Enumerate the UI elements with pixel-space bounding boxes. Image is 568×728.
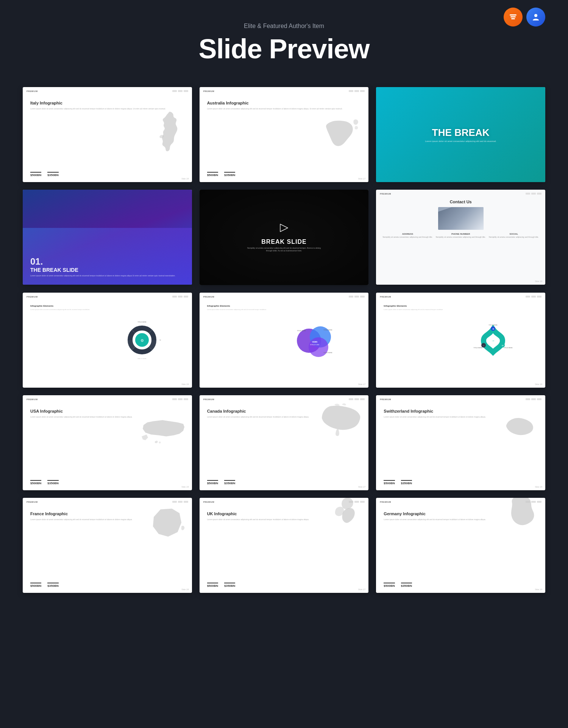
- svg-rect-2: [511, 18, 515, 19]
- elite-author-icon: [504, 8, 523, 27]
- dark-break-desc: Nempildy sit ameta consectetur adipiscin…: [246, 247, 322, 253]
- svg-text:TITLE HERE: TITLE HERE: [137, 358, 146, 359]
- slide-title: Italy Infographic: [30, 101, 184, 105]
- infographic-title2: Infographic Elements: [207, 305, 269, 307]
- svg-text:TITLE HERE: TITLE HERE: [473, 347, 482, 349]
- break-icon: [278, 222, 290, 235]
- break-slide-title: THE BREAK SLIDE: [30, 267, 184, 273]
- svg-rect-0: [510, 14, 517, 16]
- svg-text:TITLE HERE: TITLE HERE: [137, 321, 146, 323]
- slide-uk[interactable]: PREMIUM UK Infographic Lorem ipsum dolor…: [200, 498, 369, 593]
- contact-grid: ADDRESS Nempildy sit ameta consectetur a…: [382, 233, 539, 239]
- featured-author-icon: [526, 8, 545, 27]
- infographic-desc: Lorem ipsum dolor sit amet consectetur a…: [30, 309, 100, 311]
- usa-map: [140, 416, 189, 447]
- svg-text:STRUCTURE: STRUCTURE: [310, 344, 320, 346]
- svg-text:→: →: [482, 345, 485, 347]
- nav-dots: [172, 90, 188, 92]
- header-title: Slide Preview: [0, 33, 568, 64]
- svg-point-13: [309, 337, 328, 357]
- slide-usa[interactable]: PREMIUM USA Infographic Lorem ipsum dolo…: [23, 395, 192, 490]
- slide-france[interactable]: PREMIUM France Infographic Lorem ipsum d…: [23, 498, 192, 593]
- contact-title: Contact Us: [382, 200, 539, 204]
- canada-map: [316, 403, 365, 441]
- slide-australia[interactable]: PREMIUM Australia Infographic Lorem ipsu…: [200, 87, 369, 182]
- break-number: 01.: [30, 257, 184, 266]
- uk-map: [332, 498, 363, 535]
- svg-text:VENN: VENN: [312, 341, 317, 343]
- break-subtitle: Lorem ipsum dolor sit amet consectetur a…: [425, 140, 496, 142]
- svg-rect-1: [510, 16, 516, 17]
- slide-contact[interactable]: PREMIUM Contact Us ADDRESS Nempildy sit …: [376, 190, 545, 285]
- svg-text:✉: ✉: [502, 345, 504, 347]
- slide-canada[interactable]: PREMIUM Canada Infographic Lorem ipsum d…: [200, 395, 369, 490]
- svg-text:TITLE HERE: TITLE HERE: [159, 339, 161, 341]
- author-badges: [504, 8, 545, 27]
- svg-text:TITLE HERE: TITLE HERE: [504, 347, 512, 349]
- italy-map: [152, 110, 188, 155]
- infographic-desc2: Lorem ipsum dolor sit amet consectetur a…: [207, 309, 269, 311]
- premium-label: PREMIUM: [27, 90, 37, 92]
- page-num: Slide 1/8: [181, 178, 189, 180]
- slide-italy[interactable]: PREMIUM Italy Infographic Lorem ipsum do…: [23, 87, 192, 182]
- slide-stats: $500BN $350BN: [30, 172, 59, 177]
- svg-text:⚙: ⚙: [140, 338, 144, 343]
- dark-break-title: BREAK SLIDE: [261, 239, 306, 245]
- slide-infographic-venn[interactable]: PREMIUM Infographic Elements Lorem ipsum…: [200, 293, 369, 388]
- svg-text:⚙: ⚙: [492, 328, 494, 330]
- france-map: [149, 506, 189, 543]
- slide-title: Australia Infographic: [207, 101, 361, 105]
- header-subtitle: Elite & Featured Author's Item: [0, 23, 568, 30]
- page-header: Elite & Featured Author's Item Slide Pre…: [0, 0, 568, 80]
- slide-germany[interactable]: PREMIUM Germany Infographic Lorem ipsum …: [376, 498, 545, 593]
- slide-break-blue[interactable]: 01. THE BREAK SLIDE Lorem ipsum dolor si…: [23, 190, 192, 285]
- svg-text:→: →: [491, 338, 495, 343]
- break-title: THE BREAK: [425, 127, 496, 139]
- slides-grid: PREMIUM Italy Infographic Lorem ipsum do…: [0, 80, 568, 616]
- infographic-desc3: Lorem ipsum dolor sit amet consectetur a…: [384, 309, 448, 311]
- svg-text:TITLE HERE: TITLE HERE: [488, 324, 497, 326]
- svg-text:TITLE HERE: TITLE HERE: [297, 330, 306, 332]
- slide-dark-break[interactable]: BREAK SLIDE Nempildy sit ameta consectet…: [200, 190, 369, 285]
- usa-slide-title: USA Infographic: [30, 409, 184, 413]
- break-slide-desc: Lorem ipsum dolor sit amet consectetur a…: [30, 274, 184, 277]
- slide-switzerland[interactable]: PREMIUM Swithzerland Infographic Lorem i…: [376, 395, 545, 490]
- contact-image: [438, 207, 484, 230]
- svg-text:TITLE HERE: TITLE HERE: [324, 352, 332, 354]
- slide-infographic-triangle[interactable]: PREMIUM Infographic Elements Lorem ipsum…: [376, 293, 545, 388]
- infographic-title: Infographic Elements: [30, 305, 100, 307]
- slide-desc: Lorem ipsum dolor sit amet consectetur a…: [207, 108, 361, 110]
- germany-map: [504, 498, 542, 535]
- svg-text:TITLE HERE: TITLE HERE: [324, 329, 332, 331]
- infographic-title3: Infographic Elements: [384, 305, 448, 307]
- slide-infographic-circle[interactable]: PREMIUM Infographic Elements Lorem ipsum…: [23, 293, 192, 388]
- switzerland-map: [501, 412, 542, 442]
- australia-map: [319, 113, 365, 152]
- slide-thebreak[interactable]: THE BREAK Lorem ipsum dolor sit amet con…: [376, 87, 545, 182]
- svg-point-3: [534, 14, 537, 17]
